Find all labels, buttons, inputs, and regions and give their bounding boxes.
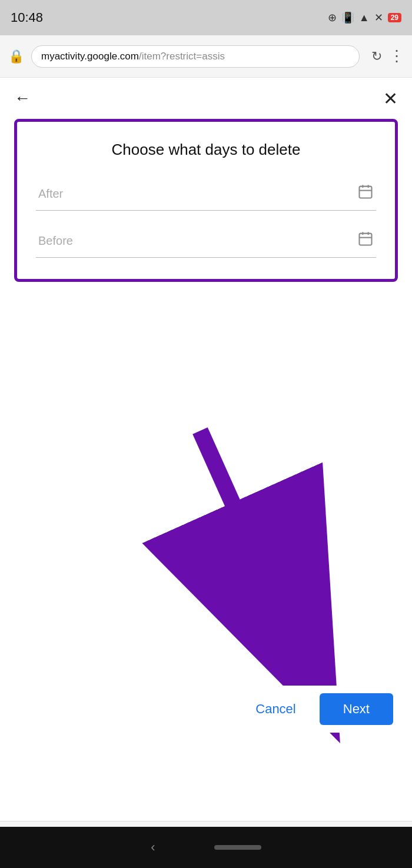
before-date-field[interactable]: Before [36, 225, 376, 258]
status-bar: 10:48 ⊕ 📳 ▲ ✕ 29 [0, 0, 412, 35]
before-calendar-icon[interactable] [357, 231, 374, 251]
status-icons: ⊕ 📳 ▲ ✕ 29 [328, 11, 401, 24]
after-date-field[interactable]: After [36, 178, 376, 211]
svg-rect-0 [360, 187, 372, 198]
url-domain: myactivity.google.com [41, 51, 139, 62]
device-back-chevron[interactable]: ‹ [151, 840, 155, 855]
close-button[interactable]: ✕ [383, 88, 398, 109]
lock-icon: 🔒 [8, 49, 24, 64]
reload-icon[interactable]: ↻ [371, 49, 382, 64]
dialog-title: Choose what days to delete [36, 141, 376, 159]
battery-badge: 29 [388, 13, 401, 22]
before-label: Before [38, 234, 357, 248]
alarm-icon: ⊕ [328, 11, 337, 24]
wifi-icon: ▲ [359, 12, 370, 24]
page-content: ← ✕ Choose what days to delete After Bef… [0, 78, 412, 780]
dialog-card: Choose what days to delete After Before [14, 119, 398, 282]
signal-icon: ✕ [374, 11, 383, 24]
svg-rect-4 [360, 234, 372, 245]
next-button[interactable]: Next [320, 693, 393, 725]
status-time: 10:48 [11, 10, 43, 25]
back-button[interactable]: ← [14, 89, 31, 108]
svg-line-9 [200, 431, 327, 713]
device-home-pill[interactable] [214, 845, 261, 850]
cancel-button[interactable]: Cancel [246, 694, 305, 724]
browser-bar: 🔒 myactivity.google.com /item?restrict=a… [0, 35, 412, 78]
after-label: After [38, 187, 357, 201]
url-path: /item?restrict=assis [139, 51, 225, 62]
url-box[interactable]: myactivity.google.com /item?restrict=ass… [31, 45, 360, 68]
action-bar: Cancel Next [0, 686, 412, 733]
page-nav: ← ✕ [0, 78, 412, 119]
menu-icon[interactable]: ⋮ [389, 47, 404, 65]
device-home-bar: ‹ [0, 827, 412, 868]
after-calendar-icon[interactable] [357, 184, 374, 204]
vibrate-icon: 📳 [341, 11, 354, 24]
